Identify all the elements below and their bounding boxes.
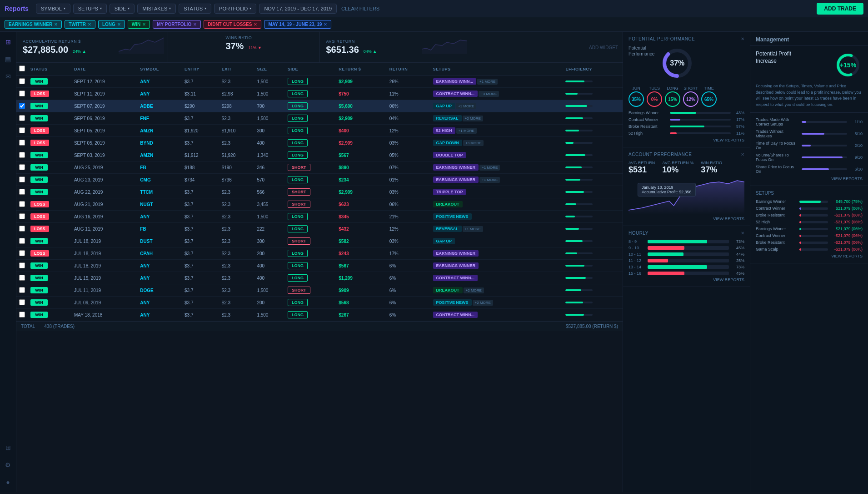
symbol-cell[interactable]: CPAH [137, 247, 182, 260]
setup-badge[interactable]: BREAKOUT [433, 201, 463, 207]
symbol-cell[interactable]: DUST [137, 235, 182, 247]
row-checkbox[interactable] [19, 115, 25, 121]
add-widget-btn[interactable]: ADD WIDGET [589, 45, 618, 50]
close-acct-icon[interactable]: ✕ [741, 152, 745, 157]
row-checkbox[interactable] [19, 127, 25, 133]
view-reports-btn-perf[interactable]: VIEW REPORTS [629, 138, 744, 142]
setup-badge[interactable]: GAP DOWN [433, 140, 462, 146]
view-reports-btn-mgmt[interactable]: VIEW REPORTS [756, 176, 863, 181]
symbol-cell[interactable]: CMG [137, 174, 182, 186]
more-badge[interactable]: +1 MORE [479, 165, 500, 171]
symbol-cell[interactable]: AMZN [137, 149, 182, 161]
row-checkbox[interactable] [19, 140, 25, 146]
close-panel-icon[interactable]: ✕ [741, 36, 745, 41]
row-checkbox[interactable] [19, 176, 25, 182]
view-reports-btn-acct[interactable]: VIEW REPORTS [629, 217, 744, 221]
setup-badge[interactable]: REVERSAL [433, 115, 462, 121]
row-checkbox[interactable] [19, 312, 25, 318]
row-checkbox[interactable] [19, 103, 25, 109]
row-checkbox-cell[interactable] [16, 125, 28, 137]
symbol-link[interactable]: FNF [140, 116, 149, 121]
symbol-cell[interactable]: NUGT [137, 198, 182, 211]
row-checkbox-cell[interactable] [16, 247, 28, 260]
setup-badge[interactable]: DOUBLE TOP [433, 152, 466, 158]
tag-didnt-cut-losses[interactable]: DIDNT CUT LOSSES ✕ [204, 20, 261, 29]
more-badge[interactable]: +2 MORE [463, 116, 483, 121]
row-checkbox[interactable] [19, 152, 25, 158]
symbol-link[interactable]: DOGE [140, 288, 153, 293]
setup-badge[interactable]: EARNINGS WINNER [433, 262, 479, 269]
row-checkbox[interactable] [19, 213, 25, 219]
mistakes-filter-btn[interactable]: MISTAKES ▾ [137, 4, 176, 14]
setup-badge[interactable]: POSITIVE NEWS [433, 299, 472, 306]
sidebar-icon-user[interactable]: ● [3, 477, 14, 488]
symbol-link[interactable]: ANY [140, 300, 150, 305]
tag-win[interactable]: WIN ✕ [128, 20, 150, 29]
row-checkbox-cell[interactable] [16, 260, 28, 272]
sidebar-icon-grid2[interactable]: ⊞ [3, 442, 14, 453]
portfolio-filter-btn[interactable]: PORTFOLIO ▾ [214, 4, 256, 14]
side-filter-btn[interactable]: SIDE ▾ [110, 4, 135, 14]
symbol-link[interactable]: ADBE [140, 104, 153, 109]
symbol-link[interactable]: ANY [140, 79, 150, 84]
symbol-cell[interactable]: FNF [137, 112, 182, 125]
row-checkbox[interactable] [19, 189, 25, 195]
more-badge[interactable]: +1 MORE [456, 128, 477, 134]
setup-badge[interactable]: BREAKOUT [433, 287, 463, 293]
setup-badge[interactable]: REVERSAL [433, 226, 462, 232]
symbol-cell[interactable]: ADBE [137, 100, 182, 112]
row-checkbox-cell[interactable] [16, 100, 28, 112]
symbol-cell[interactable]: TTCM [137, 186, 182, 198]
tag-my-portfolio[interactable]: MY PORTFOLIO ✕ [153, 20, 201, 29]
symbol-link[interactable]: NUGT [140, 202, 153, 207]
row-checkbox[interactable] [19, 238, 25, 244]
more-badge[interactable]: +1 MORE [479, 177, 500, 183]
symbol-cell[interactable]: ANY [137, 272, 182, 284]
status-filter-btn[interactable]: STATUS ▾ [179, 4, 211, 14]
symbol-link[interactable]: ANY [140, 263, 150, 268]
sidebar-icon-chart[interactable]: ▤ [3, 54, 14, 65]
tag-long[interactable]: LONG ✕ [98, 20, 125, 29]
view-reports-btn-setups[interactable]: VIEW REPORTS [756, 254, 863, 258]
close-icon[interactable]: ✕ [193, 22, 197, 27]
close-icon[interactable]: ✕ [254, 22, 257, 27]
more-badge[interactable]: +3 MORE [479, 91, 499, 97]
setup-badge[interactable]: TRIPPLE TOP [433, 189, 466, 195]
setup-badge[interactable]: EARNINGS WINNER [433, 164, 479, 171]
close-icon[interactable]: ✕ [117, 22, 121, 27]
row-checkbox-cell[interactable] [16, 235, 28, 247]
row-checkbox-cell[interactable] [16, 186, 28, 198]
symbol-link[interactable]: ANY [140, 91, 150, 96]
symbol-cell[interactable]: ANY [137, 211, 182, 223]
symbol-filter-btn[interactable]: SYMBOL ▾ [36, 4, 70, 14]
row-checkbox-cell[interactable] [16, 211, 28, 223]
add-trade-button[interactable]: ADD TRADE [817, 3, 863, 15]
row-checkbox-cell[interactable] [16, 198, 28, 211]
row-checkbox-cell[interactable] [16, 88, 28, 100]
symbol-link[interactable]: DUST [140, 239, 152, 244]
row-checkbox[interactable] [19, 226, 25, 232]
symbol-cell[interactable]: AMZN [137, 125, 182, 137]
tag-twittr[interactable]: TWITTR ✕ [65, 20, 95, 29]
row-checkbox[interactable] [19, 164, 25, 170]
symbol-link[interactable]: ANY [140, 313, 150, 318]
more-badge[interactable]: +3 MORE [463, 140, 484, 146]
date-range-filter[interactable]: NOV 17, 2019 - DEC 17, 2019 [259, 4, 337, 14]
symbol-cell[interactable]: DOGE [137, 284, 182, 297]
row-checkbox[interactable] [19, 299, 25, 305]
select-all-header[interactable] [16, 63, 28, 76]
setup-badge[interactable]: CONTRACT WINN... [433, 91, 478, 97]
symbol-link[interactable]: AMZN [140, 128, 153, 133]
symbol-cell[interactable]: FB [137, 161, 182, 174]
row-checkbox[interactable] [19, 287, 25, 293]
close-icon[interactable]: ✕ [54, 22, 58, 27]
row-checkbox[interactable] [19, 262, 25, 268]
row-checkbox-cell[interactable] [16, 112, 28, 125]
symbol-cell[interactable]: ANY [137, 76, 182, 88]
symbol-cell[interactable]: FB [137, 223, 182, 235]
symbol-link[interactable]: AMZN [140, 153, 153, 158]
sidebar-icon-settings[interactable]: ⚙ [3, 459, 14, 470]
close-icon[interactable]: ✕ [142, 22, 146, 27]
setup-badge[interactable]: 52 HIGH [433, 127, 455, 134]
tag-date-range[interactable]: MAY 14, 19 - JUNE 23, 19 ✕ [264, 20, 331, 29]
